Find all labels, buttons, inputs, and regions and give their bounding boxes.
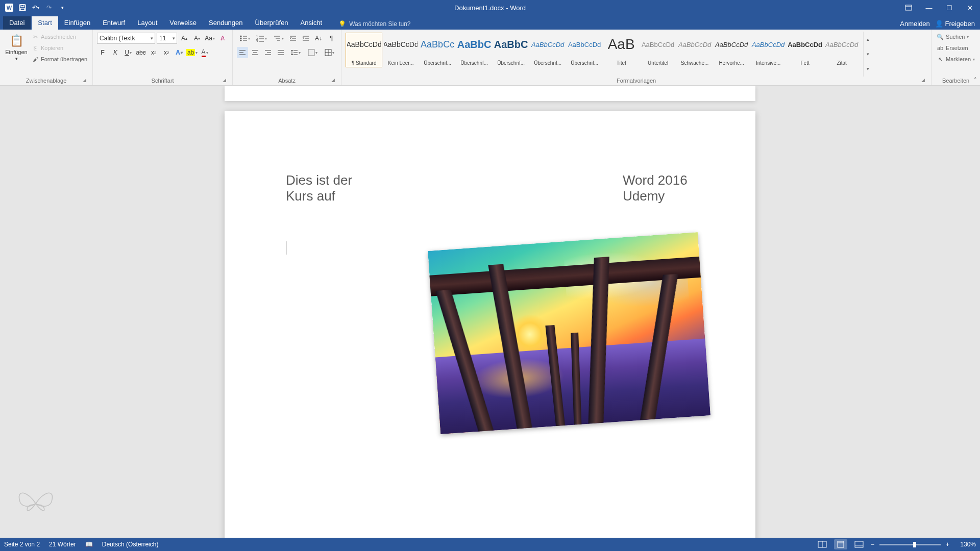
italic-button[interactable]: K bbox=[110, 47, 121, 58]
document-text-right[interactable]: Word 2016 Udemy bbox=[623, 172, 694, 204]
subscript-button[interactable]: x2 bbox=[148, 47, 159, 58]
view-print-layout[interactable] bbox=[834, 539, 847, 549]
zoom-in-button[interactable]: + bbox=[946, 541, 949, 548]
align-left-button[interactable] bbox=[237, 47, 248, 58]
paste-button[interactable]: 📋 Einfügen▾ bbox=[4, 32, 29, 77]
show-marks-button[interactable]: ¶ bbox=[326, 33, 337, 44]
select-button[interactable]: ↖Markieren ▾ bbox=[936, 54, 976, 64]
shrink-font-button[interactable]: A▾ bbox=[191, 33, 203, 44]
style-item-3[interactable]: AaBbCÜberschrif... bbox=[456, 33, 493, 67]
style-item-12[interactable]: AaBbCcDdFett bbox=[787, 33, 823, 67]
tab-layout[interactable]: Layout bbox=[131, 16, 163, 30]
shading-button[interactable]: ▾ bbox=[305, 47, 320, 58]
tab-einfuegen[interactable]: Einfügen bbox=[58, 16, 96, 30]
styles-gallery-scroll: ▴ ▾ ▾ bbox=[863, 32, 872, 77]
change-case-button[interactable]: Aa▾ bbox=[204, 33, 215, 44]
tab-ansicht[interactable]: Ansicht bbox=[295, 16, 329, 30]
paragraph-dialog-launcher[interactable]: ◢ bbox=[330, 77, 336, 83]
gallery-more-button[interactable]: ▾ bbox=[864, 62, 872, 77]
font-name-combo[interactable]: ▾ bbox=[97, 33, 155, 44]
group-paragraph-label: Absatz bbox=[278, 78, 296, 84]
view-web-layout[interactable] bbox=[852, 539, 866, 549]
decrease-indent-button[interactable] bbox=[287, 33, 299, 44]
style-item-13[interactable]: AaBbCcDdZitat bbox=[823, 33, 860, 67]
document-text-left[interactable]: Dies ist der Kurs auf bbox=[286, 172, 357, 204]
clear-formatting-button[interactable]: A̷ bbox=[217, 33, 228, 44]
bullets-button[interactable]: ▾ bbox=[237, 33, 252, 44]
document-image[interactable] bbox=[428, 232, 710, 434]
save-button[interactable] bbox=[17, 3, 28, 13]
style-item-5[interactable]: AaBbCcDdÜberschrif... bbox=[529, 33, 566, 67]
style-item-11[interactable]: AaBbCcDdIntensive... bbox=[750, 33, 787, 67]
redo-button[interactable]: ↷ bbox=[44, 3, 54, 13]
status-page[interactable]: Seite 2 von 2 bbox=[4, 541, 40, 548]
superscript-button[interactable]: x2 bbox=[161, 47, 172, 58]
tab-file[interactable]: Datei bbox=[3, 16, 31, 30]
collapse-ribbon-button[interactable]: ˄ bbox=[974, 77, 977, 83]
maximize-button[interactable]: ☐ bbox=[939, 0, 960, 15]
borders-button[interactable]: ▾ bbox=[322, 47, 337, 58]
underline-button[interactable]: U▾ bbox=[122, 47, 134, 58]
replace-button[interactable]: abErsetzen bbox=[936, 43, 976, 53]
gallery-down-button[interactable]: ▾ bbox=[864, 46, 872, 61]
font-color-button[interactable]: A▾ bbox=[199, 47, 210, 58]
format-painter-button[interactable]: 🖌Format übertragen bbox=[31, 54, 88, 64]
close-button[interactable]: ✕ bbox=[960, 0, 980, 15]
share-button[interactable]: 👤 Freigeben bbox=[935, 20, 975, 28]
tell-me-placeholder: Was möchten Sie tun? bbox=[349, 20, 410, 28]
style-item-7[interactable]: AaBTitel bbox=[603, 33, 640, 67]
numbering-button[interactable]: 123▾ bbox=[254, 33, 269, 44]
status-language[interactable]: Deutsch (Österreich) bbox=[102, 541, 159, 548]
qat-customize[interactable]: ▾ bbox=[57, 3, 67, 13]
style-item-4[interactable]: AaBbCÜberschrif... bbox=[493, 33, 529, 67]
svg-rect-3 bbox=[21, 5, 24, 7]
align-right-button[interactable] bbox=[262, 47, 274, 58]
style-item-8[interactable]: AaBbCcDdUntertitel bbox=[640, 33, 676, 67]
style-item-2[interactable]: AaBbCcÜberschrif... bbox=[419, 33, 456, 67]
status-proofing-icon[interactable]: 📖 bbox=[85, 541, 93, 548]
multilevel-list-button[interactable]: ▾ bbox=[271, 33, 286, 44]
document-area[interactable]: Dies ist der Kurs auf Word 2016 Udemy bbox=[0, 86, 980, 538]
style-item-6[interactable]: AaBbCcDdÜberschrif... bbox=[566, 33, 603, 67]
grow-font-button[interactable]: A▴ bbox=[179, 33, 190, 44]
tab-ueberpruefen[interactable]: Überprüfen bbox=[249, 16, 295, 30]
find-button[interactable]: 🔍Suchen ▾ bbox=[936, 32, 976, 42]
sort-button[interactable]: A↓ bbox=[313, 33, 324, 44]
font-dialog-launcher[interactable]: ◢ bbox=[221, 77, 227, 83]
zoom-out-button[interactable]: − bbox=[871, 541, 874, 548]
increase-indent-button[interactable] bbox=[300, 33, 311, 44]
svg-point-7 bbox=[240, 36, 241, 37]
view-read-mode[interactable] bbox=[816, 539, 829, 549]
clipboard-dialog-launcher[interactable]: ◢ bbox=[81, 77, 87, 83]
undo-button[interactable]: ↶▾ bbox=[31, 3, 41, 13]
style-item-10[interactable]: AaBbCcDdHervorhe... bbox=[713, 33, 750, 67]
styles-dialog-launcher[interactable]: ◢ bbox=[920, 77, 926, 83]
tab-start[interactable]: Start bbox=[32, 16, 58, 30]
tab-entwurf[interactable]: Entwurf bbox=[96, 16, 131, 30]
tell-me-search[interactable]: 💡 Was möchten Sie tun? bbox=[338, 20, 410, 30]
tab-verweise[interactable]: Verweise bbox=[163, 16, 203, 30]
copy-button[interactable]: ⎘Kopieren bbox=[31, 43, 88, 53]
text-effects-button[interactable]: A▾ bbox=[174, 47, 185, 58]
style-item-0[interactable]: AaBbCcDd¶ Standard bbox=[346, 33, 382, 67]
strikethrough-button[interactable]: abc bbox=[135, 47, 146, 58]
ribbon-display-options[interactable] bbox=[898, 0, 919, 15]
justify-button[interactable] bbox=[275, 47, 286, 58]
tab-sendungen[interactable]: Sendungen bbox=[203, 16, 249, 30]
bold-button[interactable]: F bbox=[97, 47, 108, 58]
line-spacing-button[interactable]: ▾ bbox=[288, 47, 303, 58]
document-page[interactable]: Dies ist der Kurs auf Word 2016 Udemy bbox=[225, 111, 755, 538]
style-item-9[interactable]: AaBbCcDdSchwache... bbox=[676, 33, 713, 67]
align-center-button[interactable] bbox=[250, 47, 261, 58]
group-paragraph: ▾ 123▾ ▾ A↓ ¶ ▾ ▾ ▾ Absatz◢ bbox=[233, 30, 341, 85]
style-item-1[interactable]: AaBbCcDdKein Leer... bbox=[382, 33, 419, 67]
zoom-slider[interactable] bbox=[879, 544, 941, 545]
highlight-button[interactable]: ab▾ bbox=[186, 47, 198, 58]
minimize-button[interactable]: — bbox=[919, 0, 939, 15]
sign-in-link[interactable]: Anmelden bbox=[900, 20, 930, 28]
gallery-up-button[interactable]: ▴ bbox=[864, 32, 872, 46]
cut-button[interactable]: ✂Ausschneiden bbox=[31, 32, 88, 42]
status-word-count[interactable]: 21 Wörter bbox=[49, 541, 76, 548]
zoom-level[interactable]: 130% bbox=[954, 541, 976, 548]
font-size-combo[interactable]: ▾ bbox=[157, 33, 177, 44]
